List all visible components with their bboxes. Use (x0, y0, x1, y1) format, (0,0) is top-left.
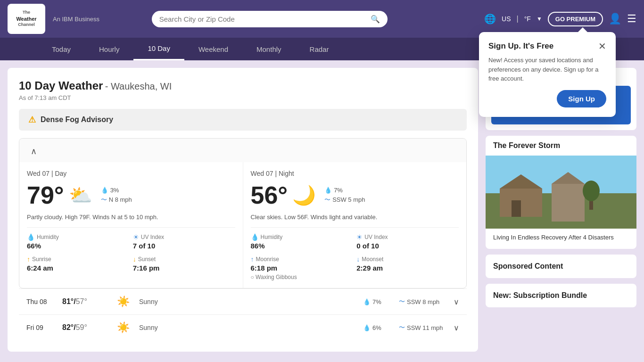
signup-popup: Sign Up. It's Free ✕ New! Access your sa… (479, 32, 616, 117)
story-image[interactable] (486, 156, 636, 229)
forecast-temps-fri: 82°/59° (62, 323, 109, 332)
page-title-row: 10 Day Weather - Waukesha, WI (19, 79, 467, 92)
moonrise-label: ↑ Moonrise (251, 255, 353, 263)
night-description: Clear skies. Low 56F. Winds light and va… (251, 213, 459, 222)
logo[interactable]: The Weather Channel (8, 4, 45, 34)
day-wind: 〜 N 8 mph (101, 196, 132, 204)
story-caption: Living In Endless Recovery After 4 Disas… (486, 229, 636, 248)
humidity-label: 💧 Humidity (27, 233, 129, 241)
sunny-icon-fri: ☀️ (117, 321, 130, 334)
forecast-wind-thu: 〜 SSW 8 mph (399, 297, 446, 306)
nav-10day[interactable]: 10 Day (133, 38, 184, 60)
search-icon[interactable]: 🔍 (371, 15, 380, 24)
ibm-label: An IBM Business (53, 16, 99, 23)
night-humidity-icon: 💧 (251, 233, 259, 241)
night-uv: ☀ UV Index 0 of 10 (356, 233, 459, 250)
day-section: ∧ Wed 07 | Day 79° ⛅ 💧 3% (19, 138, 467, 288)
sunrise-label: ↑ Sunrise (27, 255, 129, 263)
as-of-text: As of 7:13 am CDT (19, 94, 467, 101)
day-header: ∧ (19, 139, 466, 162)
collapse-button[interactable]: ∧ (27, 144, 41, 158)
popup-title: Sign Up. It's Free (488, 41, 553, 51)
wind-icon-fri: 〜 (399, 323, 405, 332)
precip-icon-thu: 💧 (363, 298, 371, 305)
sub-bundle-card: New: Subscription Bundle (486, 284, 636, 307)
moonrise-icon: ↑ (251, 255, 254, 263)
forecast-low-thu: 57° (76, 297, 87, 305)
night-label: Wed 07 | Night (251, 170, 459, 177)
search-bar[interactable]: 🔍 (152, 11, 388, 27)
go-premium-button[interactable]: GO PREMIUM (548, 12, 603, 26)
logo-line1: The (23, 10, 30, 16)
night-uv-icon: ☀ (356, 233, 363, 241)
forecast-date-fri: Fri 09 (26, 324, 55, 331)
night-precip-wind: 💧 7% 〜 SSW 5 mph (324, 187, 365, 204)
close-icon[interactable]: ✕ (598, 41, 606, 51)
menu-icon[interactable]: ☰ (627, 13, 636, 25)
night-moonset: ↓ Moonset 2:29 am (356, 255, 459, 272)
moonset-icon: ↓ (356, 255, 360, 263)
sunny-icon-thu: ☀️ (117, 296, 130, 308)
night-uv-value: 0 of 10 (356, 242, 459, 250)
logo-line2: Weather (16, 16, 36, 22)
forecast-desc-fri: Sunny (139, 324, 355, 331)
day-temp-row: 79° ⛅ 💧 3% 〜 N 8 mph (27, 181, 235, 209)
day-description: Partly cloudy. High 79F. Winds N at 5 to… (27, 213, 235, 222)
expand-fri-button[interactable]: ∨ (454, 323, 459, 332)
forecast-wind-fri: 〜 SSW 11 mph (399, 323, 446, 332)
night-humidity: 💧 Humidity 86% (251, 233, 353, 250)
forecast-precip-fri: 💧 6% (363, 324, 391, 331)
locale-text: US (502, 15, 511, 23)
raindrop-icon: 💧 (101, 187, 108, 194)
night-temp-row: 56° 🌙 💧 7% 〜 SSW 5 mph (251, 181, 459, 209)
night-uv-label: ☀ UV Index (356, 233, 459, 241)
forecast-row-thu[interactable]: Thu 08 81°/57° ☀️ Sunny 💧 7% 〜 SSW 8 mph… (19, 288, 467, 314)
page-title: 10 Day Weather (19, 79, 103, 92)
globe-icon: 🌐 (484, 13, 496, 25)
day-precip: 💧 3% (101, 187, 132, 194)
nav-today[interactable]: Today (38, 38, 85, 60)
forecast-desc-thu: Sunny (139, 298, 355, 305)
night-humidity-label: 💧 Humidity (251, 233, 353, 241)
day-uv: ☀ UV Index 7 of 10 (133, 233, 235, 250)
svg-rect-4 (512, 200, 521, 217)
alert-icon: ⚠ (28, 115, 36, 125)
forecast-precip-thu: 💧 7% (363, 298, 391, 305)
temp-unit[interactable]: °F (524, 15, 531, 23)
nav-weekend[interactable]: Weekend (184, 38, 242, 60)
night-humidity-value: 86% (251, 242, 353, 250)
popup-arrow (578, 27, 587, 32)
moon-phase: ○ Waxing Gibbous (251, 274, 459, 280)
signup-button[interactable]: Sign Up (557, 90, 606, 107)
nav-monthly[interactable]: Monthly (242, 38, 296, 60)
night-raindrop-icon: 💧 (324, 187, 332, 194)
day-label: Wed 07 | Day (27, 170, 235, 177)
day-precip-wind: 💧 3% 〜 N 8 mph (101, 187, 132, 204)
search-input[interactable] (159, 15, 367, 23)
nav-hourly[interactable]: Hourly (85, 38, 133, 60)
sunrise-icon: ↑ (27, 255, 30, 263)
night-moonrise: ↑ Moonrise 6:18 pm (251, 255, 353, 272)
sponsored-card: Sponsored Content (486, 255, 636, 278)
sunrise-value: 6:24 am (27, 264, 129, 272)
expand-thu-button[interactable]: ∨ (454, 297, 459, 306)
forecast-high-fri: 82° (62, 323, 74, 331)
alert-bar[interactable]: ⚠ Dense Fog Advisory (19, 109, 467, 131)
forecast-row-fri[interactable]: Fri 09 82°/59° ☀️ Sunny 💧 6% 〜 SSW 11 mp… (19, 314, 467, 340)
sponsored-title: Sponsored Content (493, 262, 629, 271)
nav-radar[interactable]: Radar (296, 38, 343, 60)
night-panel: Wed 07 | Night 56° 🌙 💧 7% 〜 SSW 5 mph (243, 162, 467, 288)
forecast-temps-thu: 81°/57° (62, 297, 109, 306)
svg-rect-5 (552, 184, 585, 222)
uv-value: 7 of 10 (133, 242, 235, 250)
wind-icon: 〜 (101, 196, 107, 204)
uv-icon: ☀ (133, 233, 139, 241)
chevron-down-icon[interactable]: ▼ (537, 16, 542, 22)
user-icon[interactable]: 👤 (609, 13, 621, 25)
location-label: - Waukesha, WI (105, 81, 172, 91)
day-detail-grid: 💧 Humidity 66% ☀ UV Index 7 of 10 (27, 227, 235, 272)
story-card: The Forever Storm Living In En (486, 136, 636, 248)
partly-cloudy-icon: ⛅ (69, 184, 92, 206)
forecast-date-thu: Thu 08 (26, 298, 55, 305)
logo-line3: Channel (18, 22, 35, 28)
